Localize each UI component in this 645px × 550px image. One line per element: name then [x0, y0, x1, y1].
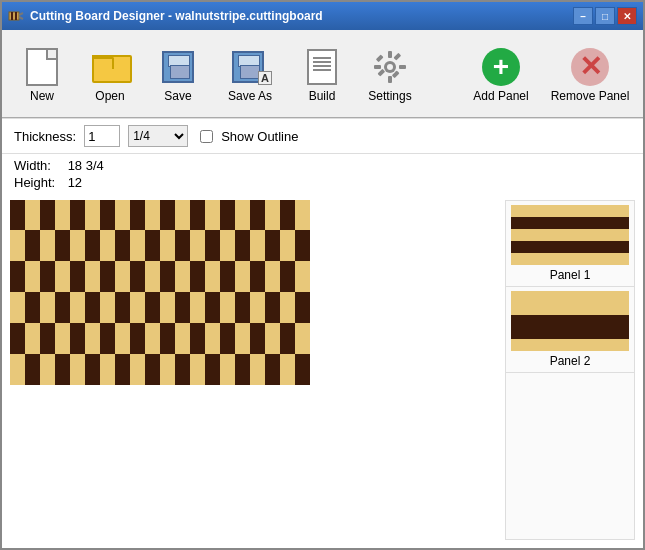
open-icon — [90, 45, 130, 89]
svg-rect-13 — [377, 68, 385, 76]
svg-line-3 — [19, 13, 23, 15]
main-content: Thickness: 1/8 1/4 1/2 3/4 1 Show Outlin… — [2, 118, 643, 548]
window-controls: – □ ✕ — [573, 7, 637, 25]
svg-rect-8 — [388, 76, 392, 83]
close-button[interactable]: ✕ — [617, 7, 637, 25]
svg-rect-10 — [399, 65, 406, 69]
svg-rect-2 — [15, 12, 17, 20]
height-label: Height: — [14, 175, 64, 190]
width-value: 18 3/4 — [68, 158, 104, 173]
thickness-label: Thickness: — [14, 129, 76, 144]
addpanel-icon: + — [481, 45, 521, 89]
svg-point-6 — [387, 64, 393, 70]
board-preview — [10, 200, 497, 540]
build-icon — [302, 45, 342, 89]
width-label: Width: — [14, 158, 64, 173]
svg-rect-11 — [376, 54, 384, 62]
svg-rect-14 — [393, 52, 401, 60]
show-outline-label: Show Outline — [221, 129, 298, 144]
settings-button[interactable]: Settings — [358, 37, 422, 111]
saveas-icon: A — [230, 45, 270, 89]
removepanel-button[interactable]: ✕ Remove Panel — [545, 37, 635, 111]
minimize-button[interactable]: – — [573, 7, 593, 25]
panel2-label: Panel 2 — [550, 354, 591, 368]
fraction-select[interactable]: 1/8 1/4 1/2 3/4 1 — [128, 125, 188, 147]
svg-rect-1 — [11, 12, 13, 20]
panel-item-1[interactable]: Panel 1 — [506, 201, 634, 287]
save-icon — [158, 45, 198, 89]
build-button[interactable]: Build — [290, 37, 354, 111]
panel2-preview — [511, 291, 629, 351]
maximize-button[interactable]: □ — [595, 7, 615, 25]
new-button[interactable]: New — [10, 37, 74, 111]
content-body: Panel 1 Panel 2 — [2, 192, 643, 548]
app-icon — [8, 8, 24, 24]
width-row: Width: 18 3/4 — [14, 158, 631, 173]
main-window: Cutting Board Designer - walnutstripe.cu… — [0, 0, 645, 550]
removepanel-icon: ✕ — [570, 45, 610, 89]
svg-rect-0 — [9, 12, 19, 20]
controls-row: Thickness: 1/8 1/4 1/2 3/4 1 Show Outlin… — [2, 119, 643, 154]
dimensions-area: Width: 18 3/4 Height: 12 — [2, 154, 643, 192]
board-canvas — [10, 200, 310, 385]
saveas-button[interactable]: A Save As — [214, 37, 286, 111]
save-button[interactable]: Save — [146, 37, 210, 111]
settings-icon — [370, 45, 410, 89]
addpanel-button[interactable]: + Add Panel — [461, 37, 541, 111]
toolbar: New Open Save A Save As — [2, 30, 643, 118]
height-row: Height: 12 — [14, 175, 631, 190]
svg-rect-9 — [374, 65, 381, 69]
thickness-input[interactable] — [84, 125, 120, 147]
panel1-preview — [511, 205, 629, 265]
new-icon — [22, 45, 62, 89]
window-title: Cutting Board Designer - walnutstripe.cu… — [30, 9, 573, 23]
panel1-label: Panel 1 — [550, 268, 591, 282]
height-value: 12 — [68, 175, 82, 190]
open-button[interactable]: Open — [78, 37, 142, 111]
panel-sidebar: Panel 1 Panel 2 — [505, 200, 635, 540]
title-bar: Cutting Board Designer - walnutstripe.cu… — [2, 2, 643, 30]
show-outline-checkbox[interactable] — [200, 130, 213, 143]
svg-line-4 — [19, 17, 23, 19]
svg-rect-7 — [388, 51, 392, 58]
panel-item-2[interactable]: Panel 2 — [506, 287, 634, 373]
